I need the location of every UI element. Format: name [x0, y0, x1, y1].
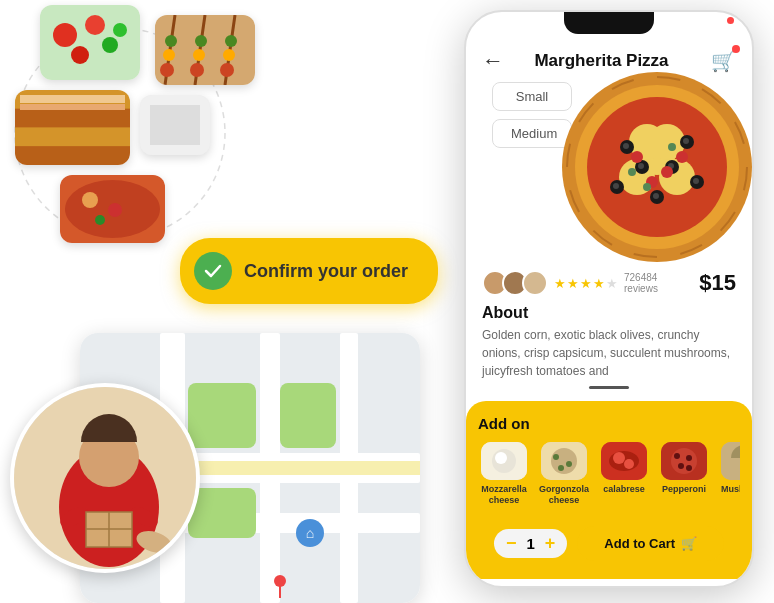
food-tile-1 [40, 5, 140, 80]
check-icon [194, 252, 232, 290]
confirm-order-button[interactable]: Confirm your order [180, 238, 438, 304]
svg-rect-7 [188, 383, 256, 448]
confirm-order-label: Confirm your order [244, 261, 408, 282]
addon-label-2: Gorgonzola cheese [538, 484, 590, 506]
star-4: ★ [593, 276, 605, 291]
svg-rect-8 [280, 383, 336, 448]
scene: ⌂ Confirm your order ← Margherita Pizza [0, 0, 774, 603]
addon-calabrese[interactable]: calabrese [598, 442, 650, 506]
about-section: About Golden corn, exotic black olives, … [466, 304, 752, 397]
phone-mockup: ← Margherita Pizza 🛒 Small Medium [464, 10, 754, 588]
food-tile-4 [140, 95, 210, 155]
food-grid [0, 0, 290, 230]
about-title: About [482, 304, 736, 322]
addon-gorgonzola[interactable]: Gorgonzola cheese [538, 442, 590, 506]
cart-badge [732, 45, 740, 53]
about-text: Golden corn, exotic black olives, crunch… [482, 326, 736, 380]
reviews-row: ★ ★ ★ ★ ★ 726484 reviews $15 [466, 262, 752, 304]
review-count: 726484 reviews [624, 272, 693, 294]
star-rating: ★ ★ ★ ★ ★ [554, 276, 618, 291]
minus-button[interactable]: − [506, 533, 517, 554]
star-5: ★ [606, 276, 618, 291]
addon-pepperoni[interactable]: Pepperoni [658, 442, 710, 506]
pizza-image [557, 67, 752, 267]
addon-img-1 [481, 442, 527, 480]
addon-mozzarella[interactable]: Mozzarella cheese [478, 442, 530, 506]
addon-label-5: Mushroom [721, 484, 740, 495]
addon-label-3: calabrese [603, 484, 645, 495]
star-1: ★ [554, 276, 566, 291]
addon-img-2 [541, 442, 587, 480]
quantity-value: 1 [527, 535, 535, 552]
status-dot [727, 17, 734, 24]
plus-button[interactable]: + [545, 533, 556, 554]
phone-notch [564, 12, 654, 34]
star-3: ★ [580, 276, 592, 291]
addon-label-4: Pepperoni [662, 484, 706, 495]
food-tile-5 [60, 175, 165, 243]
cart-btn-icon: 🛒 [681, 536, 697, 551]
addon-img-4 [661, 442, 707, 480]
bottom-bar: − 1 + Add to Cart 🛒 [478, 516, 740, 571]
svg-text:⌂: ⌂ [306, 525, 314, 541]
addon-img-3 [601, 442, 647, 480]
addon-mushroom[interactable]: Mushroom [718, 442, 740, 506]
food-tile-3 [15, 90, 130, 165]
section-divider [589, 386, 629, 389]
food-tile-2 [155, 15, 255, 85]
add-to-cart-label: Add to Cart [604, 536, 675, 551]
add-to-cart-button[interactable]: Add to Cart 🛒 [577, 526, 724, 561]
addon-label-1: Mozzarella cheese [478, 484, 530, 506]
price-label: $15 [699, 270, 736, 296]
avatar-3 [522, 270, 548, 296]
quantity-control: − 1 + [494, 529, 567, 558]
product-hero: Small Medium [466, 82, 752, 262]
addon-items-list: Mozzarella cheese Gorgonzola cheese cala… [478, 442, 740, 506]
addon-img-5 [721, 442, 740, 480]
star-2: ★ [567, 276, 579, 291]
addon-section: Add on Mozzarella cheese Gorgonzola chee… [466, 401, 752, 579]
app-screen: ← Margherita Pizza 🛒 Small Medium [466, 36, 752, 586]
delivery-photo [10, 383, 200, 573]
addon-title: Add on [478, 415, 740, 432]
avatar-group [482, 270, 548, 296]
phone-status [727, 17, 734, 24]
